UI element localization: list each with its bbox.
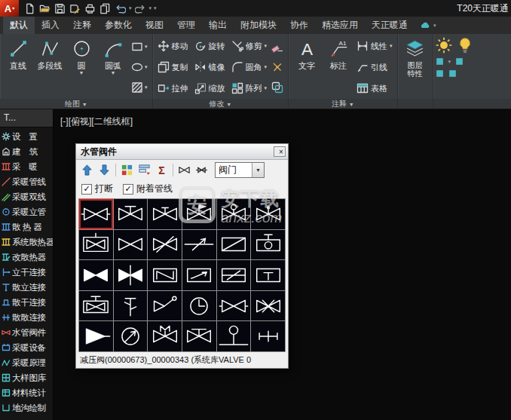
ribbon-tab-4[interactable]: 视图 (139, 17, 170, 34)
valve-category-select[interactable]: 阀门▼ (215, 162, 265, 178)
qat-more-caret[interactable]: ▾ (153, 5, 158, 11)
ellipse-tool-button[interactable]: ▾ (130, 60, 149, 74)
ribbon-tab-8[interactable]: 协作 (283, 17, 315, 34)
checkbox-box[interactable]: ✓ (81, 184, 92, 195)
modify-tool-2[interactable]: 修剪▾ (229, 39, 270, 54)
sheet-set-button[interactable] (98, 2, 112, 15)
valve-join-button[interactable] (194, 162, 210, 178)
palette-item-10[interactable]: 散立连接 (0, 280, 53, 295)
draw-panel-footer[interactable]: 绘图 ▼ (0, 99, 152, 109)
ribbon-tab-7[interactable]: 附加模块 (234, 17, 283, 34)
annotate-row-tool-0[interactable]: 线性▾ (354, 39, 395, 54)
valve-cell-float-valve[interactable] (251, 230, 285, 260)
explode-tool-button[interactable] (270, 60, 285, 74)
layout-sort-button[interactable] (136, 162, 152, 178)
layer-tool-icon[interactable] (454, 57, 464, 66)
modify-tool-1[interactable]: 旋转 (192, 39, 228, 54)
palette-item-7[interactable]: 系统散热器 (0, 235, 53, 250)
ribbon-tab-3[interactable]: 参数化 (98, 17, 139, 34)
erase-tool-button[interactable] (270, 40, 285, 54)
valve-cell-mix-valve[interactable] (251, 291, 285, 321)
hatch-tool-button[interactable]: ▾ (130, 81, 149, 94)
annotate-tool-0[interactable]: A文字 (291, 35, 323, 99)
draw-tool-1[interactable]: 多段线 (34, 35, 66, 99)
valve-cell-cross-fitting[interactable] (251, 321, 285, 351)
ribbon-tab-10[interactable]: 天正暖通 (365, 17, 415, 34)
modify-tool-8[interactable]: 阵列▾ (229, 81, 270, 96)
ribbon-tab-2[interactable]: 注释 (66, 17, 98, 34)
layer-properties-button[interactable]: 图层特性 (400, 35, 430, 99)
layer-tool-icon[interactable] (448, 69, 457, 78)
valve-cell-three-way-valve[interactable] (148, 230, 182, 260)
layer-tool-icon[interactable] (435, 69, 445, 78)
modify-tool-7[interactable]: 缩放 (192, 81, 228, 96)
dialog-checkbox-0[interactable]: ✓打断 (81, 182, 113, 195)
undo-button[interactable] (113, 2, 127, 15)
undo-dropdown-caret[interactable]: ▾ (128, 5, 133, 11)
palette-item-11[interactable]: 散干连接 (0, 295, 53, 310)
valve-cell-boxed-gate-valve[interactable] (79, 291, 113, 321)
valve-cell-gate-valve-b[interactable] (217, 291, 251, 321)
palette-item-18[interactable]: 地沟绘制 (0, 400, 53, 415)
valve-cell-stop-valve[interactable] (148, 199, 182, 229)
ribbon-tab-5[interactable]: 管理 (170, 17, 202, 34)
palette-item-8[interactable]: 改散热器 (0, 250, 53, 265)
layout-grid-button[interactable] (119, 162, 135, 178)
valve-cell-safety-valve[interactable] (114, 291, 148, 321)
valve-cell-solid-stem-valve[interactable] (114, 260, 148, 290)
viewport-label[interactable]: [-][俯视][二维线框] (60, 115, 133, 128)
palette-item-5[interactable]: 采暖立管 (0, 204, 53, 219)
palette-item-1[interactable]: 建 筑 (0, 144, 53, 159)
valve-cell-pump[interactable] (114, 321, 148, 351)
valve-cell-gate-valve[interactable] (79, 199, 113, 229)
palette-item-3[interactable]: 采暖管线 (0, 174, 53, 189)
annotate-row-tool-2[interactable]: 表格 (354, 81, 395, 96)
plot-button[interactable] (83, 2, 97, 15)
offset-tool-button[interactable] (270, 81, 285, 94)
valve-break-button[interactable] (176, 162, 192, 178)
ribbon-tab-0[interactable]: 默认 (3, 17, 35, 34)
modify-tool-4[interactable]: 镜像 (192, 60, 228, 75)
checkbox-box[interactable]: ✓ (123, 184, 133, 195)
palette-item-4[interactable]: 采暖双线 (0, 189, 53, 204)
valve-cell-relief-valve[interactable] (182, 321, 216, 351)
palette-header[interactable]: T... (0, 109, 53, 127)
valve-cell-tee-valve[interactable] (251, 260, 285, 290)
valve-cell-butterfly-valve[interactable] (79, 260, 113, 290)
palette-item-17[interactable]: 材料统计 (0, 385, 53, 400)
valve-cell-plug-valve[interactable] (251, 199, 285, 229)
palette-item-13[interactable]: 水管阀件 (0, 325, 53, 340)
redo-dropdown-caret[interactable]: ▾ (148, 5, 153, 11)
modify-tool-5[interactable]: 圆角▾ (229, 60, 270, 75)
connect-cloud-button[interactable]: ▾ (415, 17, 442, 34)
valve-cell-gate-valve-plain[interactable] (114, 230, 148, 260)
palette-item-15[interactable]: 采暖原理 (0, 355, 53, 370)
app-menu-button[interactable]: A ▾ (0, 0, 19, 17)
sun-icon[interactable] (435, 36, 453, 54)
valve-cell-flow-valve[interactable] (182, 260, 216, 290)
valve-cell-gauge[interactable] (217, 321, 251, 351)
save-as-button[interactable] (68, 2, 82, 15)
modify-tool-0[interactable]: 移动 (155, 39, 191, 54)
valve-cell-ball-valve[interactable] (217, 199, 251, 229)
down-arrow-button[interactable] (96, 162, 112, 178)
save-button[interactable] (53, 2, 67, 15)
up-arrow-button[interactable] (79, 162, 95, 178)
valve-cell-slanted-valve[interactable] (217, 260, 251, 290)
palette-item-0[interactable]: 设 置 (0, 129, 53, 144)
draw-tool-2[interactable]: 圆▼ (66, 35, 97, 99)
draw-tool-3[interactable]: 圆弧▼ (97, 35, 129, 99)
palette-item-16[interactable]: 大样图库 (0, 370, 53, 385)
valve-cell-timer-valve[interactable] (182, 291, 216, 321)
ribbon-tab-1[interactable]: 插入 (35, 17, 66, 34)
annotate-panel-footer[interactable]: 注释 ▼ (289, 99, 397, 109)
valve-cell-check-valve[interactable] (182, 230, 216, 260)
valve-cell-slide-valve[interactable] (217, 230, 251, 260)
valve-cell-swing-check-valve[interactable] (148, 260, 182, 290)
palette-item-12[interactable]: 散散连接 (0, 310, 53, 325)
palette-item-9[interactable]: 立干连接 (0, 265, 53, 280)
palette-item-6[interactable]: 散 热 器 (0, 219, 53, 235)
open-folder-button[interactable] (38, 2, 52, 15)
lightbulb-icon[interactable] (456, 36, 474, 54)
valve-cell-angle-valve[interactable] (148, 291, 182, 321)
